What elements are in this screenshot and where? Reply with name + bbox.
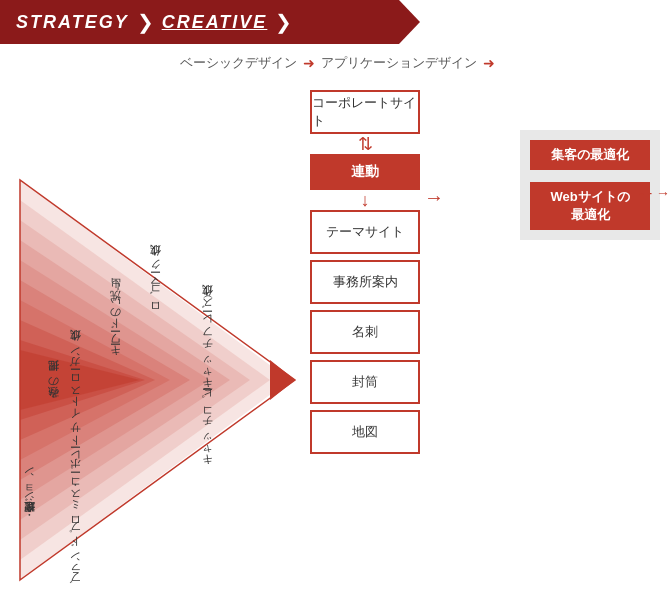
main-diagram: 企業理念・ビジョン 強みの把握 ブランドプロミス・コーポレートサイトスローガン作…: [0, 90, 670, 610]
boxes-area: コーポレートサイト ⇅ 連動 ↓ テーマサイト 事務所案内 名刺 封筒: [310, 90, 420, 454]
chizu-box: 地図: [310, 410, 420, 454]
office-label: 事務所案内: [333, 273, 398, 291]
vert-label-2: 強みの把握: [46, 380, 61, 406]
renkei-box: 連動: [310, 154, 420, 190]
dashed-arrow-icon: - - →: [639, 185, 670, 201]
horiz-arrow-icon: →: [424, 186, 444, 209]
double-arrow-icon: ⇅: [358, 134, 373, 154]
header-arrow2-icon: ❯: [267, 10, 300, 34]
futo-label: 封筒: [352, 373, 378, 391]
header-arrow-icon: ❯: [129, 10, 162, 34]
meishi-label: 名刺: [352, 323, 378, 341]
right-box-inner2: Webサイトの 最適化: [530, 182, 650, 230]
down-arrow-icon: ↓: [361, 190, 370, 210]
vert-label-1: 企業理念・ビジョン: [22, 470, 37, 521]
right-line1: 集客の最適化: [538, 146, 642, 164]
chizu-label: 地図: [352, 423, 378, 441]
office-box: 事務所案内: [310, 260, 420, 304]
futo-box: 封筒: [310, 360, 420, 404]
renkei-label: 連動: [351, 163, 379, 181]
creative-label: CREATIVE: [162, 12, 268, 33]
vert-label-6: キャッチコピー（キャッチフレーズ）作成: [200, 305, 215, 472]
sub-arrow2-icon: ➜: [483, 55, 495, 71]
header-banner: STRATEGY ❯ CREATIVE ❯: [0, 0, 420, 44]
triangle-svg: [10, 100, 310, 590]
meishi-box: 名刺: [310, 310, 420, 354]
vert-label-3: ブランドプロミス・コーポレートサイトスローガン作成: [68, 350, 83, 593]
sub-arrow1-icon: ➜: [303, 55, 315, 71]
corporate-box: コーポレートサイト: [310, 90, 420, 134]
svg-marker-11: [270, 360, 295, 400]
app-design-label: アプリケーションデザイン: [321, 54, 477, 72]
right-line2: Webサイトの: [538, 188, 642, 206]
theme-box: テーマサイト: [310, 210, 420, 254]
vert-label-4: キーワードの洗い出し: [108, 285, 123, 363]
basic-design-label: ベーシックデザイン: [180, 54, 297, 72]
corporate-label: コーポレートサイト: [312, 94, 418, 130]
sub-header: ベーシックデザイン ➜ アプリケーションデザイン ➜: [180, 54, 495, 72]
vert-label-5: ロゴマーク作成: [148, 265, 163, 316]
right-line3: 最適化: [538, 206, 642, 224]
theme-label: テーマサイト: [326, 223, 404, 241]
right-box-inner: 集客の最適化: [530, 140, 650, 170]
strategy-label: STRATEGY: [0, 12, 129, 33]
